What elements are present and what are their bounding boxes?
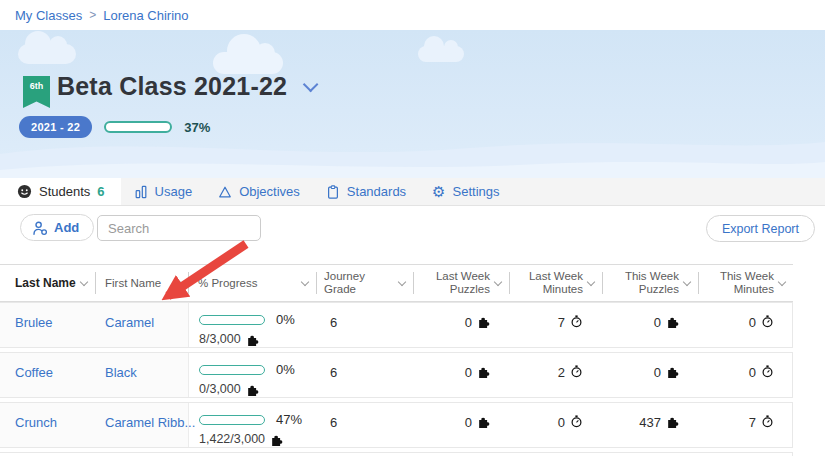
this-week-puzzles-cell: 437 xyxy=(602,403,698,447)
tab-students[interactable]: Students 6 xyxy=(0,178,121,205)
breadcrumb-my-classes-link[interactable]: My Classes xyxy=(15,8,82,23)
add-user-icon xyxy=(32,220,48,236)
student-first-name-link[interactable]: Black xyxy=(105,365,137,380)
chevron-down-icon xyxy=(683,277,691,285)
progress-percent: 0% xyxy=(276,362,295,377)
cloud-decoration xyxy=(18,44,76,64)
tab-students-count: 6 xyxy=(97,184,104,199)
last-week-puzzles-cell: 0 xyxy=(413,403,509,447)
this-week-puzzles-cell: 0 xyxy=(602,303,698,347)
tab-standards[interactable]: Standards xyxy=(313,178,419,205)
students-table-body: Brulee Caramel 0% 8/3,000 6 0 7 xyxy=(0,302,825,456)
cloud-decoration xyxy=(213,52,283,74)
clipboard-icon xyxy=(326,185,340,199)
table-row: Coffee Black 0% 0/3,000 6 0 2 xyxy=(0,352,793,398)
puzzle-icon xyxy=(477,415,490,428)
puzzle-icon xyxy=(666,315,679,328)
column-header-progress[interactable]: % Progress xyxy=(188,265,316,301)
journey-grade-cell: 6 xyxy=(316,353,413,397)
last-week-minutes-cell: 7 xyxy=(509,303,602,347)
column-header-last-week-minutes[interactable]: Last Week Minutes xyxy=(509,265,602,301)
tab-standards-label: Standards xyxy=(347,184,406,199)
student-first-name-link[interactable]: Caramel xyxy=(105,315,154,330)
tab-usage[interactable]: Usage xyxy=(121,178,206,205)
puzzle-icon xyxy=(666,415,679,428)
breadcrumb-teacher-link[interactable]: Lorena Chirino xyxy=(103,8,188,23)
students-face-icon xyxy=(17,184,32,199)
this-week-minutes-cell: 7 xyxy=(698,403,793,447)
column-header-this-week-puzzles[interactable]: This Week Puzzles xyxy=(602,265,698,301)
next-row-edge xyxy=(0,452,793,456)
export-report-label: Export Report xyxy=(722,222,799,236)
student-first-name-link[interactable]: Caramel Ribb... xyxy=(105,415,195,430)
journey-grade-cell: 6 xyxy=(316,403,413,447)
column-header-this-week-minutes[interactable]: This Week Minutes xyxy=(698,265,793,301)
stopwatch-icon xyxy=(761,315,774,328)
tab-settings[interactable]: ⚙ Settings xyxy=(419,178,512,205)
chevron-down-icon xyxy=(301,277,309,285)
export-report-button[interactable]: Export Report xyxy=(706,215,815,242)
this-week-minutes-cell: 0 xyxy=(698,353,793,397)
progress-cell: 0% 8/3,000 xyxy=(188,303,316,347)
progress-fraction: 8/3,000 xyxy=(199,332,241,346)
column-header-last-name[interactable]: Last Name xyxy=(0,265,95,301)
progress-cell: 0% 0/3,000 xyxy=(188,353,316,397)
student-last-name-link[interactable]: Brulee xyxy=(15,315,53,330)
grade-ribbon-badge: 6th xyxy=(23,76,50,108)
search-input[interactable] xyxy=(97,215,261,241)
class-banner: 6th Beta Class 2021-22 2021 - 22 37% xyxy=(0,30,825,178)
stopwatch-icon xyxy=(761,415,774,428)
table-row: Brulee Caramel 0% 8/3,000 6 0 7 xyxy=(0,302,793,348)
puzzle-icon xyxy=(246,333,259,346)
progress-percent: 0% xyxy=(276,312,295,327)
breadcrumb-separator: > xyxy=(89,8,96,22)
progress-fraction: 1,422/3,000 xyxy=(199,432,265,446)
triangle-icon xyxy=(218,185,232,199)
stopwatch-icon xyxy=(570,315,583,328)
column-header-first-name[interactable]: First Name xyxy=(95,265,188,301)
last-week-minutes-cell: 2 xyxy=(509,353,602,397)
students-toolbar: Add Export Report xyxy=(0,206,825,264)
class-dashboard-page: My Classes > Lorena Chirino 6th Beta Cla… xyxy=(0,0,825,457)
chevron-down-icon xyxy=(173,277,181,285)
puzzle-icon xyxy=(477,315,490,328)
gear-icon: ⚙ xyxy=(432,184,445,199)
tab-settings-label: Settings xyxy=(453,184,500,199)
puzzle-icon xyxy=(270,433,283,446)
column-header-last-week-puzzles[interactable]: Last Week Puzzles xyxy=(413,265,509,301)
student-progress-bar xyxy=(199,415,265,425)
class-switcher-chevron-down-icon[interactable] xyxy=(303,77,319,93)
tab-bar: Students 6 Usage Objectives Standards ⚙ xyxy=(0,178,825,206)
chevron-down-icon xyxy=(494,277,502,285)
puzzle-icon xyxy=(477,365,490,378)
journey-grade-cell: 6 xyxy=(316,303,413,347)
column-header-journey-grade[interactable]: Journey Grade xyxy=(316,265,413,301)
progress-cell: 47% 1,422/3,000 xyxy=(188,403,316,447)
page-title: Beta Class 2021-22 xyxy=(57,72,287,101)
student-last-name-link[interactable]: Crunch xyxy=(15,415,57,430)
student-progress-bar xyxy=(199,315,265,325)
stopwatch-icon xyxy=(570,365,583,378)
student-last-name-link[interactable]: Coffee xyxy=(15,365,53,380)
chevron-down-icon xyxy=(80,277,88,285)
stopwatch-icon xyxy=(761,365,774,378)
cloud-decoration xyxy=(418,46,464,62)
table-row: Crunch Caramel Ribb... 47% 1,422/3,000 6… xyxy=(0,402,793,448)
add-student-button[interactable]: Add xyxy=(20,214,94,241)
chevron-down-icon xyxy=(398,277,406,285)
chevron-down-icon xyxy=(587,277,595,285)
puzzle-icon xyxy=(246,383,259,396)
breadcrumb: My Classes > Lorena Chirino xyxy=(0,0,825,30)
progress-percent: 47% xyxy=(276,412,302,427)
stopwatch-icon xyxy=(570,415,583,428)
chevron-down-icon xyxy=(778,277,786,285)
tab-usage-label: Usage xyxy=(155,184,193,199)
add-button-label: Add xyxy=(54,220,79,235)
this-week-minutes-cell: 0 xyxy=(698,303,793,347)
school-year-pill: 2021 - 22 xyxy=(19,116,92,138)
puzzle-icon xyxy=(666,365,679,378)
tab-objectives[interactable]: Objectives xyxy=(205,178,313,205)
bar-chart-icon xyxy=(134,185,148,199)
this-week-puzzles-cell: 0 xyxy=(602,353,698,397)
tab-students-label: Students xyxy=(39,184,90,199)
